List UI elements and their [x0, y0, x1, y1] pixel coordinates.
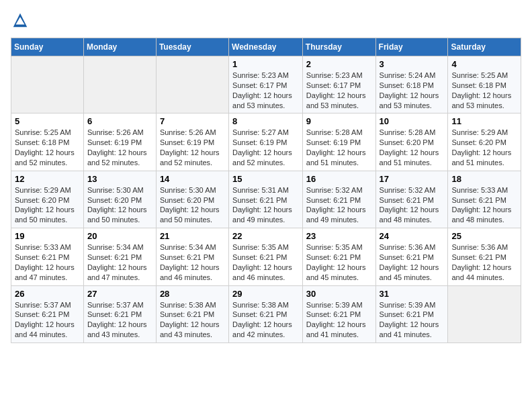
- calendar-cell: 28 Sunrise: 5:38 AM Sunset: 6:21 PM Dayl…: [156, 285, 228, 342]
- cell-daylight: Daylight: 12 hours and 48 minutes.: [380, 205, 439, 224]
- day-number: 6: [87, 116, 152, 126]
- weekday-header: Saturday: [448, 38, 521, 56]
- day-number: 8: [232, 116, 299, 126]
- cell-sunset: Sunset: 6:20 PM: [15, 196, 69, 204]
- cell-daylight: Daylight: 12 hours and 52 minutes.: [15, 148, 75, 167]
- cell-sunset: Sunset: 6:20 PM: [87, 196, 142, 204]
- cell-sunrise: Sunrise: 5:34 AM: [160, 243, 216, 251]
- day-number: 25: [451, 231, 517, 241]
- cell-sunrise: Sunrise: 5:37 AM: [87, 301, 144, 309]
- cell-sunset: Sunset: 6:21 PM: [306, 253, 361, 261]
- calendar-cell: 15 Sunrise: 5:31 AM Sunset: 6:21 PM Dayl…: [229, 171, 303, 228]
- cell-daylight: Daylight: 12 hours and 50 minutes.: [87, 205, 147, 224]
- day-number: 4: [451, 59, 517, 69]
- cell-sunset: Sunset: 6:21 PM: [306, 310, 361, 318]
- weekday-header: Tuesday: [156, 38, 228, 56]
- cell-sunrise: Sunrise: 5:36 AM: [380, 243, 436, 251]
- cell-sunrise: Sunrise: 5:29 AM: [15, 186, 71, 194]
- cell-daylight: Daylight: 12 hours and 43 minutes.: [160, 320, 220, 338]
- cell-sunrise: Sunrise: 5:33 AM: [451, 186, 508, 194]
- cell-daylight: Daylight: 12 hours and 53 minutes.: [306, 91, 366, 109]
- logo: [11, 11, 32, 30]
- cell-sunset: Sunset: 6:21 PM: [306, 196, 361, 204]
- day-number: 3: [380, 59, 445, 69]
- cell-sunrise: Sunrise: 5:34 AM: [87, 243, 144, 251]
- cell-sunset: Sunset: 6:21 PM: [380, 196, 434, 204]
- cell-sunset: Sunset: 6:21 PM: [15, 310, 69, 318]
- cell-daylight: Daylight: 12 hours and 50 minutes.: [160, 205, 220, 224]
- cell-sunset: Sunset: 6:21 PM: [15, 253, 69, 261]
- cell-daylight: Daylight: 12 hours and 50 minutes.: [15, 205, 75, 224]
- calendar-cell: 9 Sunrise: 5:28 AM Sunset: 6:19 PM Dayli…: [302, 113, 375, 171]
- cell-sunrise: Sunrise: 5:32 AM: [306, 186, 363, 194]
- cell-sunset: Sunset: 6:21 PM: [232, 310, 287, 318]
- weekday-header: Wednesday: [229, 38, 303, 56]
- calendar-cell: [156, 56, 228, 113]
- weekday-header-row: SundayMondayTuesdayWednesdayThursdayFrid…: [11, 38, 521, 56]
- cell-daylight: Daylight: 12 hours and 43 minutes.: [87, 320, 147, 338]
- cell-sunset: Sunset: 6:19 PM: [232, 138, 287, 146]
- cell-sunset: Sunset: 6:19 PM: [160, 138, 214, 146]
- calendar-cell: 29 Sunrise: 5:38 AM Sunset: 6:21 PM Dayl…: [229, 285, 303, 342]
- day-number: 10: [380, 116, 445, 126]
- calendar-week-row: 26 Sunrise: 5:37 AM Sunset: 6:21 PM Dayl…: [11, 285, 521, 342]
- cell-daylight: Daylight: 12 hours and 53 minutes.: [380, 91, 439, 109]
- cell-daylight: Daylight: 12 hours and 47 minutes.: [15, 263, 75, 281]
- calendar-cell: 20 Sunrise: 5:34 AM Sunset: 6:21 PM Dayl…: [83, 228, 156, 285]
- cell-daylight: Daylight: 12 hours and 52 minutes.: [160, 148, 220, 167]
- calendar-table: SundayMondayTuesdayWednesdayThursdayFrid…: [11, 38, 521, 343]
- cell-sunrise: Sunrise: 5:35 AM: [232, 243, 289, 251]
- cell-sunrise: Sunrise: 5:39 AM: [380, 301, 436, 309]
- day-number: 1: [232, 59, 299, 69]
- day-number: 30: [306, 289, 372, 299]
- cell-sunrise: Sunrise: 5:31 AM: [232, 186, 289, 194]
- cell-daylight: Daylight: 12 hours and 49 minutes.: [232, 205, 292, 224]
- cell-daylight: Daylight: 12 hours and 52 minutes.: [232, 148, 292, 167]
- day-number: 12: [15, 174, 80, 184]
- cell-sunset: Sunset: 6:21 PM: [451, 196, 506, 204]
- cell-sunrise: Sunrise: 5:25 AM: [451, 71, 508, 79]
- calendar-cell: 8 Sunrise: 5:27 AM Sunset: 6:19 PM Dayli…: [229, 113, 303, 171]
- cell-daylight: Daylight: 12 hours and 45 minutes.: [380, 263, 439, 281]
- cell-sunset: Sunset: 6:21 PM: [87, 310, 142, 318]
- day-number: 23: [306, 231, 372, 241]
- cell-daylight: Daylight: 12 hours and 45 minutes.: [306, 263, 366, 281]
- cell-daylight: Daylight: 12 hours and 41 minutes.: [306, 320, 366, 338]
- cell-sunset: Sunset: 6:18 PM: [15, 138, 69, 146]
- calendar-cell: 6 Sunrise: 5:26 AM Sunset: 6:19 PM Dayli…: [83, 113, 156, 171]
- calendar-cell: 23 Sunrise: 5:35 AM Sunset: 6:21 PM Dayl…: [302, 228, 375, 285]
- cell-daylight: Daylight: 12 hours and 44 minutes.: [451, 263, 511, 281]
- cell-sunset: Sunset: 6:20 PM: [160, 196, 214, 204]
- page-header: [11, 11, 521, 30]
- day-number: 18: [451, 174, 517, 184]
- calendar-cell: 18 Sunrise: 5:33 AM Sunset: 6:21 PM Dayl…: [448, 171, 521, 228]
- day-number: 7: [160, 116, 225, 126]
- calendar-cell: 10 Sunrise: 5:28 AM Sunset: 6:20 PM Dayl…: [375, 113, 448, 171]
- cell-daylight: Daylight: 12 hours and 49 minutes.: [306, 205, 366, 224]
- day-number: 19: [15, 231, 80, 241]
- cell-sunrise: Sunrise: 5:38 AM: [160, 301, 216, 309]
- day-number: 26: [15, 289, 80, 299]
- cell-sunset: Sunset: 6:19 PM: [87, 138, 142, 146]
- cell-sunrise: Sunrise: 5:26 AM: [160, 128, 216, 136]
- cell-sunrise: Sunrise: 5:38 AM: [232, 301, 289, 309]
- calendar-cell: 31 Sunrise: 5:39 AM Sunset: 6:21 PM Dayl…: [375, 285, 448, 342]
- calendar-week-row: 19 Sunrise: 5:33 AM Sunset: 6:21 PM Dayl…: [11, 228, 521, 285]
- cell-sunset: Sunset: 6:20 PM: [451, 138, 506, 146]
- cell-sunrise: Sunrise: 5:26 AM: [87, 128, 144, 136]
- cell-sunrise: Sunrise: 5:29 AM: [451, 128, 508, 136]
- day-number: 27: [87, 289, 152, 299]
- calendar-cell: 5 Sunrise: 5:25 AM Sunset: 6:18 PM Dayli…: [11, 113, 84, 171]
- calendar-week-row: 1 Sunrise: 5:23 AM Sunset: 6:17 PM Dayli…: [11, 56, 521, 113]
- cell-daylight: Daylight: 12 hours and 47 minutes.: [87, 263, 147, 281]
- weekday-header: Friday: [375, 38, 448, 56]
- logo-icon: [11, 11, 30, 30]
- calendar-cell: 1 Sunrise: 5:23 AM Sunset: 6:17 PM Dayli…: [229, 56, 303, 113]
- cell-sunrise: Sunrise: 5:25 AM: [15, 128, 71, 136]
- day-number: 31: [380, 289, 445, 299]
- calendar-cell: 19 Sunrise: 5:33 AM Sunset: 6:21 PM Dayl…: [11, 228, 84, 285]
- day-number: 2: [306, 59, 372, 69]
- cell-sunset: Sunset: 6:21 PM: [380, 253, 434, 261]
- cell-sunrise: Sunrise: 5:37 AM: [15, 301, 71, 309]
- cell-sunset: Sunset: 6:17 PM: [306, 81, 361, 89]
